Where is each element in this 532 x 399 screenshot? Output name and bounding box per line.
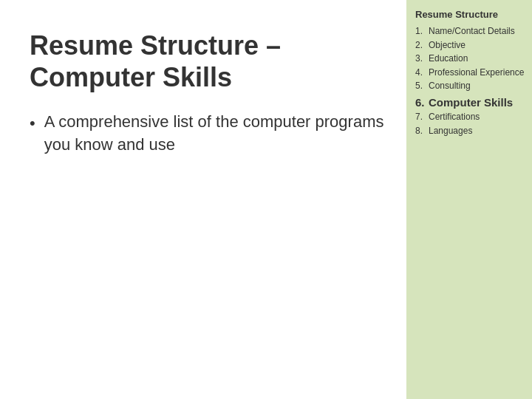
sidebar-item-number: 6.: [415, 95, 429, 110]
sidebar: Resume Structure 1.Name/Contact Details2…: [406, 0, 532, 399]
sidebar-item-text: Consulting: [429, 79, 471, 93]
sidebar-item-number: 2.: [415, 38, 429, 52]
sidebar-list-item: 1.Name/Contact Details: [415, 24, 525, 38]
title-line2: Computer Skills: [30, 62, 232, 92]
slide-title: Resume Structure – Computer Skills: [30, 30, 384, 93]
sidebar-list-item: 7.Certifications: [415, 110, 525, 124]
sidebar-item-text: Name/Contact Details: [429, 24, 515, 38]
sidebar-item-text: Objective: [429, 38, 466, 52]
bullet-dot: •: [30, 112, 35, 135]
bullet-list: • A comprehensive list of the computer p…: [30, 111, 384, 157]
sidebar-heading: Resume Structure: [415, 9, 525, 20]
sidebar-item-text: Languages: [429, 124, 472, 138]
sidebar-list-item: 2.Objective: [415, 38, 525, 52]
sidebar-list: 1.Name/Contact Details2.Objective3.Educa…: [415, 24, 525, 137]
bullet-item: • A comprehensive list of the computer p…: [30, 111, 384, 157]
sidebar-item-number: 3.: [415, 52, 429, 66]
main-content: Resume Structure – Computer Skills • A c…: [0, 0, 406, 399]
sidebar-item-text: Professional Experience: [429, 66, 524, 80]
sidebar-item-number: 7.: [415, 110, 429, 124]
sidebar-item-number: 1.: [415, 24, 429, 38]
bullet-text: A comprehensive list of the computer pro…: [44, 111, 384, 157]
sidebar-list-item: 4.Professional Experience: [415, 66, 525, 80]
sidebar-item-text: Certifications: [429, 110, 480, 124]
sidebar-item-text: Education: [429, 52, 468, 66]
title-line1: Resume Structure –: [30, 30, 281, 61]
sidebar-item-number: 8.: [415, 124, 429, 138]
sidebar-item-number: 4.: [415, 66, 429, 80]
sidebar-list-item: 8.Languages: [415, 124, 525, 138]
sidebar-item-number: 5.: [415, 79, 429, 93]
sidebar-item-text: Computer Skills: [429, 95, 513, 110]
sidebar-list-item: 3.Education: [415, 52, 525, 66]
sidebar-list-item: 6.Computer Skills: [415, 95, 525, 110]
sidebar-list-item: 5.Consulting: [415, 79, 525, 93]
